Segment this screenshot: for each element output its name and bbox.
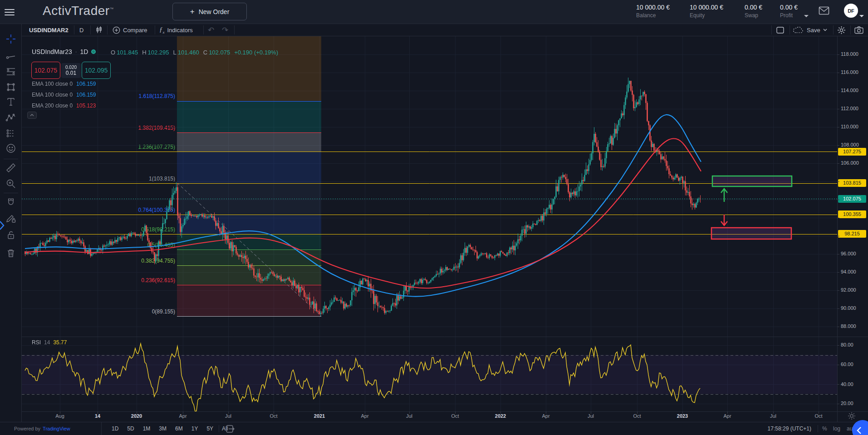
profit-dropdown-caret[interactable] [804, 15, 809, 17]
compare-plus-icon [113, 26, 120, 34]
chevron-down-icon [823, 29, 827, 31]
camera-icon [854, 26, 863, 34]
xabcd-pattern-tool[interactable] [4, 111, 18, 124]
undo-button[interactable]: ↶ [208, 24, 214, 36]
percent-scale-button[interactable]: % [822, 425, 827, 432]
new-order-button[interactable]: + New Order [172, 3, 247, 20]
powered-by: Powered by TradingView [0, 422, 102, 435]
zoom-in-tool[interactable] [4, 177, 18, 191]
indicators-button[interactable]: ƒx Indicators [159, 24, 193, 36]
emoji-tool[interactable] [4, 142, 18, 155]
price-change: +0.190 (+0.19%) [234, 49, 278, 56]
avatar[interactable]: DF [844, 4, 858, 18]
layout-button[interactable] [776, 24, 784, 36]
ruler-tool[interactable] [4, 161, 18, 175]
price-chart-canvas[interactable] [0, 0, 868, 435]
screenshot-button[interactable] [854, 24, 863, 36]
app-logo: ActivTrader™ [43, 4, 114, 18]
tradingview-link[interactable]: TradingView [43, 426, 70, 431]
log-scale-button[interactable]: log [833, 425, 840, 432]
indicator-row[interactable]: EMA 200 close 0 105.123 [32, 103, 96, 109]
layout-square-icon [776, 27, 784, 34]
go-to-date-icon[interactable] [226, 425, 235, 433]
rsi-legend[interactable]: RSI 14 35.77 [32, 339, 67, 346]
chart-settings-button[interactable] [837, 24, 846, 36]
shapes-tool[interactable] [4, 80, 18, 94]
save-button[interactable]: Save [793, 24, 827, 36]
show-panel-chevron-icon[interactable] [0, 220, 5, 230]
plus-icon: + [190, 7, 195, 16]
symbol-button[interactable]: USDINDMAR2 [29, 24, 69, 36]
chart-legend[interactable]: USDIndMar23 · 1D [32, 48, 96, 55]
forecast-tool[interactable] [4, 127, 18, 140]
sell-button[interactable]: 102.075 [31, 62, 60, 79]
account-stat: 10 000.00 € Equity [690, 4, 723, 19]
edit-lock-tool[interactable] [4, 211, 18, 225]
fib-retracement-tool[interactable] [4, 65, 18, 78]
range-button[interactable]: 1M [139, 424, 154, 433]
range-button[interactable]: 1Y [188, 424, 202, 433]
range-button[interactable]: 3M [155, 424, 170, 433]
range-button[interactable]: 5Y [203, 424, 217, 433]
app-header: ActivTrader™ + New Order 10 000.00 € Bal… [0, 0, 868, 24]
candlestick-icon [94, 25, 103, 34]
market-open-dot [91, 49, 96, 54]
chart-type-button[interactable] [94, 24, 103, 36]
text-tool[interactable] [4, 95, 18, 108]
interval-button[interactable]: D [79, 24, 83, 36]
gear-icon [837, 26, 846, 34]
range-button[interactable]: 1D [108, 424, 122, 433]
account-stat: 0.00 € Profit [780, 4, 798, 19]
mail-icon[interactable] [819, 6, 829, 15]
lock-tool[interactable] [4, 228, 18, 242]
clock: 17:58:29 (UTC+1) [768, 425, 811, 432]
range-button[interactable]: 5D [123, 424, 137, 433]
indicator-row[interactable]: EMA 100 close 0 106.159 [32, 81, 96, 87]
account-stat: 10 000.00 € Balance [636, 4, 670, 19]
magnet-tool[interactable] [4, 196, 18, 209]
account-stat: 0.00 € Swap [745, 4, 762, 19]
redo-button[interactable]: ↷ [222, 24, 228, 36]
legend-symbol: USDIndMar23 [32, 48, 72, 55]
crosshair-tool[interactable] [4, 32, 18, 46]
fx-icon: ƒx [159, 26, 165, 34]
chart-toolbar: USDINDMAR2 D Compare ƒx Indicators ↶ ↷ [22, 24, 868, 36]
compare-button[interactable]: Compare [113, 24, 147, 36]
trend-line-tool[interactable] [4, 49, 18, 63]
cloud-save-icon [793, 26, 804, 34]
spread-indicator: 0.020 0.01 [61, 63, 81, 78]
range-button[interactable]: 6M [172, 424, 186, 433]
indicator-row[interactable]: EMA 100 close 0 106.159 [32, 92, 96, 98]
menu-icon[interactable] [5, 7, 15, 17]
legend-timeframe: 1D [80, 48, 88, 55]
trash-tool[interactable] [4, 246, 18, 260]
theme-sun-icon[interactable] [848, 412, 856, 420]
ohlc-values: O101.845H102.295L101.460C102.075 +0.190 … [111, 49, 278, 56]
bottom-toolbar: Powered by TradingView 1D5D1M3M6M1Y5YAll… [0, 422, 868, 435]
account-dropdown-caret[interactable] [859, 15, 864, 17]
buy-button[interactable]: 102.095 [82, 62, 111, 79]
legend-collapse-button[interactable] [27, 112, 37, 119]
